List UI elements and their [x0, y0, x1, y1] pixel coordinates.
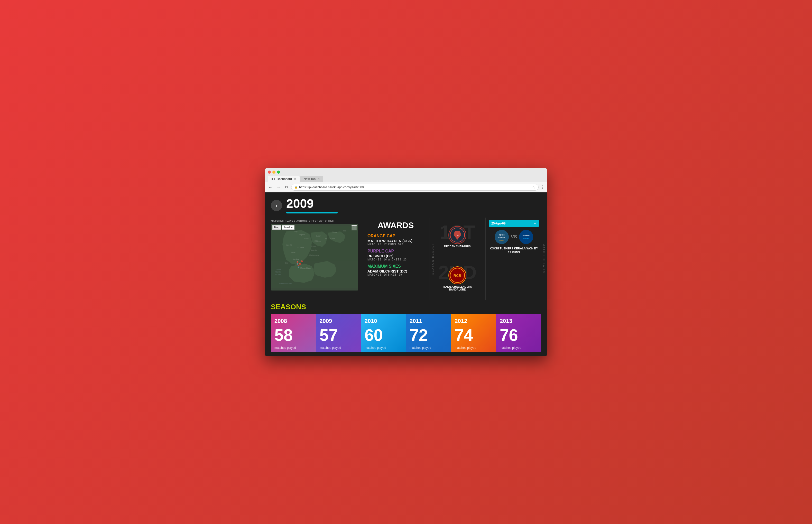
forward-button[interactable]: →: [275, 184, 282, 190]
svg-text:Atlantic: Atlantic: [275, 271, 281, 273]
rcb-name: ROYAL CHALLENGERSBANGALORE: [443, 285, 472, 291]
season-label-2012: matches played: [455, 346, 492, 349]
traffic-lights: [268, 170, 544, 174]
match-result-text: KOCHI TUSKERS KERALA WON BY12 RUNS: [489, 247, 539, 255]
season-card-2013[interactable]: 2013 76 matches played: [496, 314, 541, 352]
season-label-2013: matches played: [500, 346, 538, 349]
mumbai-logo: MUMBAI INDIANS: [519, 230, 533, 244]
tab-ipl-close[interactable]: ✕: [294, 178, 296, 180]
close-traffic-light[interactable]: [268, 170, 271, 174]
maximize-traffic-light[interactable]: [277, 170, 280, 174]
svg-text:Saudi Arabia: Saudi Arabia: [325, 238, 335, 240]
season-year-2013: 2013: [500, 318, 538, 324]
svg-text:Ocean: Ocean: [275, 274, 281, 275]
tuskers-team: KOCHI TUSKERS KERALA: [494, 230, 509, 244]
svg-text:Nigeria: Nigeria: [299, 234, 305, 236]
bookmark-icon[interactable]: ☆: [532, 185, 535, 189]
season-count-2008: 58: [274, 327, 312, 343]
svg-text:Sou: Sou: [285, 262, 288, 264]
rcb-logo: RCB: [449, 266, 466, 284]
svg-point-34: [520, 231, 532, 243]
season-count-2010: 60: [364, 327, 402, 343]
purple-cap-award: PURPLE CAP RP SINGH (DC) MATCHES: 16 WIC…: [368, 249, 424, 261]
first-place: 1ST DC DECCAN CHARGERS: [444, 226, 471, 248]
orange-cap-player: MATTHEW HAYDEN (CSK): [368, 239, 424, 243]
match-date-text: 25-Apr-09: [491, 222, 505, 225]
orange-cap-title: ORANGE CAP: [368, 234, 424, 239]
season-card-2008[interactable]: 2008 58 matches played: [271, 314, 316, 352]
rcb-card: RCB ROYAL CHALLENGERSBANGALORE: [443, 266, 472, 291]
dashboard-header: ‹ 2009: [265, 192, 547, 217]
season-card-2012[interactable]: 2012 74 matches played: [451, 314, 496, 352]
svg-text:MUMBAI: MUMBAI: [522, 234, 530, 236]
season-card-2009[interactable]: 2009 57 matches played: [316, 314, 361, 352]
year-info: 2009: [286, 198, 338, 213]
awards-section: AWARDS ORANGE CAP MATTHEW HAYDEN (CSK) M…: [362, 217, 429, 300]
minimize-traffic-light[interactable]: [272, 170, 275, 174]
svg-text:Angola: Angola: [286, 244, 292, 246]
map-view-button[interactable]: Map: [272, 225, 281, 230]
season-result-label: SEASON RESULT: [432, 243, 434, 275]
season-label-2010: matches played: [364, 346, 402, 349]
svg-text:TUSKERS: TUSKERS: [498, 237, 505, 239]
svg-text:RCB: RCB: [454, 274, 461, 278]
svg-text:INDIANS: INDIANS: [523, 238, 529, 240]
match-date-selector[interactable]: 25-Apr-09 ▼: [489, 220, 539, 227]
match-details-content: 25-Apr-09 ▼ KOCHI TUSKERS KERALA: [489, 220, 539, 255]
browser-tabs: IPL Dashboard ✕ New Tab ✕: [268, 176, 544, 182]
max-sixes-award: MAXIMUM SIXES ADAM GILCHRIST (DC) MATCHE…: [368, 264, 424, 276]
purple-cap-title: PURPLE CAP: [368, 249, 424, 253]
seasons-grid: 2008 58 matches played 2009 57 matches p…: [271, 314, 541, 352]
deccan-chargers-name: DECCAN CHARGERS: [444, 245, 471, 248]
browser-toolbar: ← → ↺ 🔒 https://ipl-dashboard.herokuapp.…: [265, 182, 547, 192]
orange-cap-stats: MATCHES: 12 RUNS: 572: [368, 243, 424, 246]
address-bar[interactable]: 🔒 https://ipl-dashboard.herokuapp.com/ye…: [291, 184, 539, 191]
deccan-chargers-card: DC DECCAN CHARGERS: [444, 226, 471, 248]
season-count-2012: 74: [455, 327, 492, 343]
max-sixes-title: MAXIMUM SIXES: [368, 264, 424, 269]
back-button[interactable]: ←: [267, 184, 273, 190]
svg-text:Sudan: Sudan: [316, 235, 321, 237]
tuskers-logo: KOCHI TUSKERS KERALA: [494, 230, 509, 244]
back-arrow-icon: ‹: [276, 202, 277, 208]
purple-cap-player: RP SINGH (DC): [368, 254, 424, 258]
tab-new-close[interactable]: ✕: [318, 178, 320, 180]
season-label-2011: matches played: [410, 346, 448, 349]
svg-text:Kenya: Kenya: [311, 245, 316, 247]
season-label-2009: matches played: [320, 346, 357, 349]
main-content-grid: MATCHES PLAYED ACROSS DIFFERENT CITIES M…: [265, 217, 547, 300]
tab-ipl-label: IPL Dashboard: [271, 177, 292, 181]
season-year-2009: 2009: [320, 318, 357, 324]
svg-text:KOCHI: KOCHI: [499, 234, 505, 236]
match-teams: KOCHI TUSKERS KERALA VS: [489, 230, 539, 244]
season-year-2010: 2010: [364, 318, 402, 324]
svg-text:Namibia: Namibia: [293, 258, 299, 260]
mumbai-team: MUMBAI INDIANS: [519, 230, 533, 244]
map-section-label: MATCHES PLAYED ACROSS DIFFERENT CITIES: [271, 219, 358, 222]
tab-ipl-dashboard[interactable]: IPL Dashboard ✕: [268, 176, 299, 182]
satellite-view-button[interactable]: Satellite: [282, 225, 294, 230]
chrome-menu-icon[interactable]: ⋮: [541, 185, 545, 190]
season-card-2010[interactable]: 2010 60 matches played: [361, 314, 406, 352]
svg-text:Uganda: Uganda: [311, 249, 317, 251]
season-result-section: SEASON RESULT 1ST DC: [429, 217, 486, 300]
season-count-2011: 72: [410, 327, 448, 343]
season-card-2011[interactable]: 2011 72 matches played: [406, 314, 451, 352]
year-back-button[interactable]: ‹: [271, 200, 282, 211]
dashboard-content: ‹ 2009 MATCHES PLAYED ACROSS DIFFERENT C…: [265, 192, 547, 356]
svg-text:📍: 📍: [296, 264, 301, 268]
map-svg: South Atlantic Ocean Southern Ocean DRC …: [271, 224, 358, 291]
season-year-2008: 2008: [274, 318, 312, 324]
refresh-button[interactable]: ↺: [284, 184, 289, 190]
url-text: https://ipl-dashboard.herokuapp.com/year…: [299, 185, 530, 189]
svg-text:DC: DC: [456, 234, 459, 237]
tab-new-tab[interactable]: New Tab ✕: [300, 176, 323, 182]
tab-new-label: New Tab: [304, 177, 315, 181]
browser-window: IPL Dashboard ✕ New Tab ✕ ← → ↺ 🔒 https:…: [265, 168, 547, 356]
svg-text:South: South: [276, 268, 281, 270]
svg-text:Southern Ocean: Southern Ocean: [278, 282, 292, 284]
season-year-2011: 2011: [410, 318, 448, 324]
season-year-2012: 2012: [455, 318, 492, 324]
svg-text:KERALA: KERALA: [499, 240, 504, 241]
max-sixes-stats: MATCHES: 16 SIXES: 29: [368, 273, 424, 276]
